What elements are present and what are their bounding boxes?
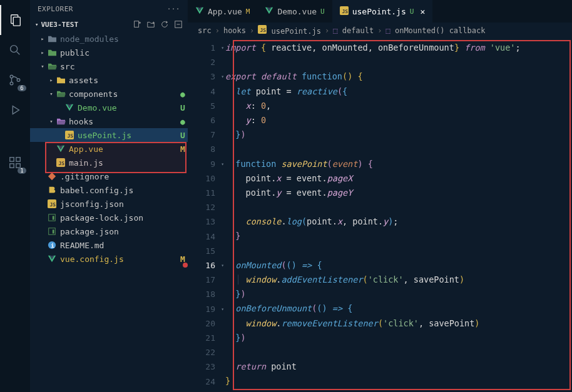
tabs-bar: App.vue M Demo.vue U JS usePoint.js U ✕ (188, 0, 572, 23)
tree-item[interactable]: ▸node_modules (30, 32, 188, 46)
tree-label: .gitignore (60, 172, 188, 181)
file-icon (46, 63, 58, 71)
close-icon[interactable]: ✕ (420, 7, 425, 16)
file-icon (46, 186, 58, 194)
tree-label: babel.config.js (60, 186, 188, 195)
git-status: U (178, 131, 188, 140)
chevron-icon: ▸ (39, 36, 46, 42)
refresh-icon[interactable] (160, 20, 169, 29)
breadcrumbs: src›hooks›JS usePoint.js›⬚ default›⬚ onM… (188, 23, 572, 38)
tree-item[interactable]: ▾components● (30, 87, 188, 101)
activity-bar: 6 1 (0, 0, 30, 392)
file-icon: JS (55, 158, 66, 167)
breadcrumb-sep: › (377, 26, 382, 35)
chevron-icon: ▾ (48, 91, 55, 97)
tree-label: components (69, 89, 178, 99)
file-icon (46, 227, 58, 236)
tree-label: public (60, 48, 188, 58)
breadcrumb-item[interactable]: src (198, 26, 212, 35)
explorer-icon[interactable] (0, 5, 30, 35)
svg-rect-12 (16, 158, 20, 161)
fold-icon[interactable]: ▾ (221, 157, 224, 171)
fold-icon[interactable]: ▾ (221, 302, 224, 316)
tree-label: assets (69, 76, 188, 85)
svg-rect-9 (10, 158, 14, 161)
collapse-icon[interactable] (174, 20, 183, 29)
tree-item[interactable]: ▾src (30, 59, 188, 73)
editor-tab[interactable]: Demo.vue U (257, 0, 332, 23)
tree-label: jsconfig.json (60, 199, 188, 209)
search-icon[interactable] (0, 35, 30, 65)
svg-rect-13 (135, 21, 139, 28)
file-icon: JS (46, 199, 58, 208)
editor-tab[interactable]: JS usePoint.js U ✕ (332, 0, 433, 23)
fold-icon[interactable]: ▾ (221, 69, 224, 84)
extensions-icon[interactable]: 1 (0, 148, 30, 178)
tree-item[interactable]: JSmain.js (30, 156, 188, 169)
tree-label: README.md (60, 241, 188, 250)
sidebar-title: EXPLORER (38, 5, 73, 13)
project-name: VUE3-TEST (41, 21, 78, 29)
svg-rect-26 (49, 214, 56, 221)
tree-item[interactable]: Demo.vueU (30, 101, 188, 114)
breadcrumb-item[interactable]: JS usePoint.js (258, 25, 321, 36)
editor-area: App.vue M Demo.vue U JS usePoint.js U ✕ … (188, 0, 572, 392)
tab-icon: JS (340, 6, 349, 17)
svg-text:JS: JS (68, 133, 74, 139)
file-icon: i (46, 241, 58, 249)
editor-tab[interactable]: App.vue M (188, 0, 257, 23)
file-icon (46, 49, 58, 57)
debug-icon[interactable] (0, 95, 30, 125)
breakpoint-icon[interactable] (183, 263, 188, 268)
editor[interactable]: 1▾23▾456789▾10111213141516▾171819▾202122… (188, 38, 572, 392)
tree-item[interactable]: package.json (30, 224, 188, 238)
svg-line-3 (17, 52, 20, 55)
tree-item[interactable]: ▸public (30, 46, 188, 59)
tab-icon (195, 6, 204, 17)
tree-item[interactable]: .gitignore (30, 169, 188, 183)
new-file-icon[interactable] (133, 20, 141, 29)
line-gutter: 1▾23▾456789▾10111213141516▾171819▾202122… (188, 38, 225, 392)
chevron-icon: ▾ (39, 63, 46, 69)
tree-item[interactable]: ▾hooks● (30, 114, 188, 128)
scm-icon[interactable]: 6 (0, 65, 30, 95)
tree-label: package.json (60, 227, 188, 236)
tree-item[interactable]: package-lock.json (30, 211, 188, 224)
file-icon (64, 103, 75, 112)
new-folder-icon[interactable] (146, 20, 155, 29)
sidebar-header: EXPLORER ··· (30, 0, 188, 18)
breadcrumb-sep: › (250, 26, 254, 35)
tree-item[interactable]: App.vueM (30, 142, 188, 156)
tree-item[interactable]: ▸assets (30, 73, 188, 87)
tree-item[interactable]: vue.config.jsM (30, 252, 188, 266)
tree-item[interactable]: iREADME.md (30, 238, 188, 252)
svg-text:i: i (51, 243, 54, 249)
ext-badge: 1 (18, 168, 26, 174)
tab-label: App.vue (208, 7, 242, 16)
code-content[interactable]: import { reactive, onMounted, onBeforeUn… (225, 38, 572, 392)
more-icon[interactable]: ··· (167, 5, 180, 13)
breadcrumb-item[interactable]: ⬚ onMounted() callback (386, 26, 485, 35)
svg-rect-28 (49, 228, 56, 235)
breadcrumb-item[interactable]: hooks (223, 26, 246, 35)
git-status: U (178, 103, 188, 113)
project-header[interactable]: ▾ VUE3-TEST (30, 18, 188, 31)
tree-item[interactable]: JSusePoint.jsU (30, 128, 188, 142)
tree-label: hooks (69, 117, 178, 126)
tree-label: main.js (69, 158, 188, 168)
tree-item[interactable]: JSjsconfig.json (30, 197, 188, 211)
file-icon (55, 76, 66, 84)
tree-label: vue.config.js (60, 254, 178, 264)
svg-text:JS: JS (59, 161, 65, 166)
tab-label: usePoint.js (352, 7, 406, 16)
tree-label: Demo.vue (78, 103, 178, 113)
fold-icon[interactable]: ▾ (221, 41, 224, 55)
file-icon (46, 213, 58, 222)
file-icon (46, 172, 58, 181)
chevron-icon: ▸ (48, 77, 55, 83)
fold-icon[interactable]: ▾ (221, 258, 224, 273)
tree-item[interactable]: babel.config.js (30, 183, 188, 197)
breadcrumb-item[interactable]: ⬚ default (333, 26, 374, 35)
svg-text:JS: JS (342, 8, 348, 14)
git-dot: ● (178, 89, 188, 99)
